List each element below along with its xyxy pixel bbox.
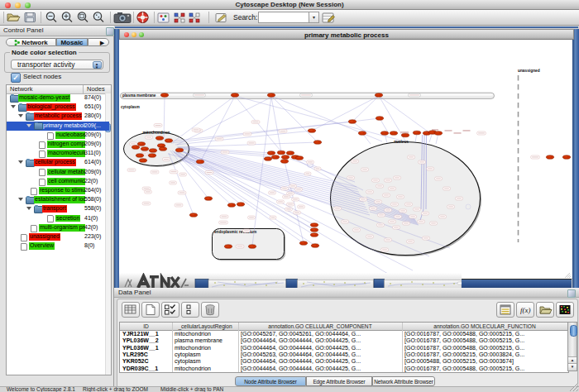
svg-text:plasma membrane: plasma membrane <box>122 93 156 98</box>
svg-text:mitochondrion: mitochondrion <box>143 131 170 135</box>
svg-text:f(x): f(x) <box>520 306 531 314</box>
svg-text:unassigned: unassigned <box>518 69 540 73</box>
svg-text:cytoplasm: cytoplasm <box>121 105 140 109</box>
